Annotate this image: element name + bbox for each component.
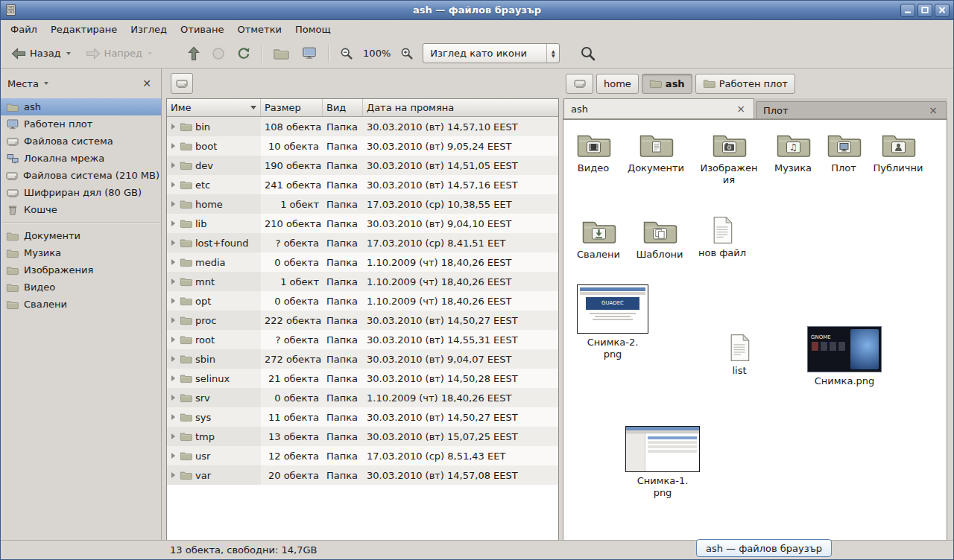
column-header-size[interactable]: Размер	[261, 99, 323, 116]
sidebar-item-documents[interactable]: Документи	[1, 227, 161, 244]
icon-view-item-snimka-1[interactable]: Снимка-1.png	[624, 426, 701, 499]
list-row-etc[interactable]: etc241 обектаПапка30.03.2010 (вт) 14,57,…	[167, 175, 558, 194]
sidebar-item-trash[interactable]: Кошче	[1, 201, 161, 218]
list-row-lib[interactable]: lib210 обектаПапка30.03.2010 (вт) 9,04,1…	[167, 214, 558, 233]
expander-icon[interactable]	[171, 201, 175, 207]
up-button[interactable]	[183, 43, 204, 64]
icon-view-item-documents[interactable]: Документи	[624, 130, 688, 174]
column-header-type[interactable]: Вид	[323, 99, 363, 116]
expander-icon[interactable]	[171, 298, 175, 304]
back-button[interactable]: Назад	[7, 45, 75, 63]
column-header-name[interactable]: Име	[167, 99, 261, 116]
menu-edit[interactable]: Редактиране	[44, 22, 124, 37]
icon-view-item-music[interactable]: ♫Музика	[763, 130, 823, 174]
tab-desktop[interactable]: Плот×	[756, 101, 947, 118]
menu-bookmarks[interactable]: Отметки	[230, 22, 288, 37]
search-button[interactable]	[578, 43, 598, 64]
expander-icon[interactable]	[171, 453, 175, 459]
list-row-srv[interactable]: srv0 обектаПапка1.10.2009 (чт) 18,40,26 …	[167, 388, 558, 407]
icon-view-item-templates[interactable]: Шаблони	[630, 216, 689, 261]
tab-close-icon[interactable]: ×	[927, 105, 939, 115]
expander-icon[interactable]	[171, 182, 175, 188]
sidebar-item-filesystem[interactable]: Файлова система	[1, 133, 161, 150]
sidebar-item-downloads[interactable]: Свалени	[1, 296, 161, 313]
expander-icon[interactable]	[171, 162, 175, 168]
expander-icon[interactable]	[171, 337, 175, 343]
view-mode-select[interactable]: Изглед като икони ▲▼	[423, 43, 560, 63]
breadcrumb-ash-button[interactable]: ash	[642, 74, 692, 94]
icon-view-item-public[interactable]: Публични	[867, 130, 929, 174]
list-row-var[interactable]: var20 обектаПапка30.03.2010 (вт) 14,57,0…	[167, 465, 558, 485]
sidebar-item-pictures[interactable]: Изображения	[1, 261, 161, 279]
expander-icon[interactable]	[171, 279, 175, 284]
icon-view-item-downloads[interactable]: Свалени	[567, 216, 630, 261]
icon-view[interactable]: ВидеоДокументиИзображения♫МузикаПлотПубл…	[563, 119, 947, 540]
column-header-date[interactable]: Дата на промяна	[363, 99, 558, 116]
icon-view-item-new-file[interactable]: нов файл	[692, 216, 752, 259]
menu-help[interactable]: Помощ	[288, 22, 338, 37]
breadcrumb-root-button[interactable]	[566, 74, 593, 94]
computer-button[interactable]	[297, 43, 322, 63]
list-row-media[interactable]: media0 обектаПапка1.10.2009 (чт) 18,40,2…	[167, 252, 558, 272]
menu-file[interactable]: Файл	[4, 22, 44, 37]
expander-icon[interactable]	[171, 259, 175, 265]
expander-icon[interactable]	[171, 433, 175, 439]
expander-icon[interactable]	[171, 472, 175, 478]
list-row-sbin[interactable]: sbin272 обектаПапка30.03.2010 (вт) 9,04,…	[167, 349, 558, 369]
home-button[interactable]	[268, 44, 294, 63]
menu-view[interactable]: Изглед	[124, 22, 174, 37]
icon-view-item-snimka[interactable]: GNOMEСнимка.png	[803, 326, 885, 387]
sidebar-item-desktop[interactable]: Работен плот	[1, 115, 161, 133]
tab-ash[interactable]: ash×	[563, 98, 754, 118]
list-row-root[interactable]: root? обектаПапка30.03.2010 (вт) 14,55,3…	[167, 330, 558, 349]
list-row-opt[interactable]: opt0 обектаПапка1.10.2009 (чт) 18,40,26 …	[167, 291, 558, 311]
zoom-level[interactable]: 100%	[358, 48, 396, 59]
expander-icon[interactable]	[171, 143, 175, 149]
sidebar-item-music[interactable]: Музика	[1, 244, 161, 261]
reload-button[interactable]	[233, 44, 255, 63]
menu-go[interactable]: Отиване	[174, 22, 230, 37]
expander-icon[interactable]	[171, 124, 175, 130]
sidebar-title-dropdown[interactable]: Места	[7, 78, 48, 89]
sidebar-item-ash[interactable]: ash	[1, 98, 161, 115]
expander-icon[interactable]	[171, 375, 175, 381]
list-row-usr[interactable]: usr12 обектаПапка17.03.2010 (ср) 8,51,43…	[167, 446, 558, 465]
expander-icon[interactable]	[171, 240, 175, 246]
expander-icon[interactable]	[171, 356, 175, 362]
expander-icon[interactable]	[171, 414, 175, 420]
minimize-button[interactable]	[900, 4, 915, 17]
breadcrumb-desktop-button[interactable]: Работен плот	[695, 74, 795, 94]
icon-view-item-snimka-2[interactable]: GUADECСнимка-2.png	[574, 284, 651, 360]
icon-view-item-list[interactable]: list	[717, 334, 762, 377]
list-row-selinux[interactable]: selinux21 обектаПапка30.03.2010 (вт) 14,…	[167, 369, 558, 388]
list-row-home[interactable]: home1 обектПапка17.03.2010 (ср) 10,38,55…	[167, 194, 558, 214]
list-row-boot[interactable]: boot10 обектаПапка30.03.2010 (вт) 9,05,2…	[167, 136, 558, 156]
titlebar[interactable]: ash — файлов браузър	[1, 1, 953, 20]
close-button[interactable]	[935, 4, 950, 17]
forward-button[interactable]: Напред	[81, 45, 157, 63]
back-history-dropdown-icon[interactable]	[66, 52, 71, 55]
maximize-button[interactable]	[917, 4, 932, 17]
view-mode-spinner-icon[interactable]: ▲▼	[546, 44, 559, 63]
sidebar-close-icon[interactable]: ✕	[139, 77, 154, 90]
sidebar-item-encrypted-80gb[interactable]: Шифриран дял (80 GB)	[1, 184, 161, 201]
expander-icon[interactable]	[171, 220, 175, 226]
breadcrumb-home-button[interactable]: home	[596, 74, 639, 94]
list-row-proc[interactable]: proc222 обектаПапка30.03.2010 (вт) 14,50…	[167, 311, 558, 330]
taskbar-window-button[interactable]: ash — файлов браузър	[696, 539, 832, 557]
list-row-bin[interactable]: bin108 обектаПапка30.03.2010 (вт) 14,57,…	[167, 117, 558, 136]
sidebar-item-network[interactable]: Локална мрежа	[1, 150, 161, 167]
icon-view-item-video[interactable]: Видео	[563, 130, 625, 174]
expander-icon[interactable]	[171, 317, 175, 323]
list-row-lost+found[interactable]: lost+found? обектаПапка17.03.2010 (ср) 8…	[167, 233, 558, 252]
icon-view-item-desktop[interactable]: Плот	[818, 130, 870, 174]
zoom-out-button[interactable]	[335, 44, 358, 63]
list-row-tmp[interactable]: tmp13 обектаПапка30.03.2010 (вт) 15,07,2…	[167, 427, 558, 446]
tab-close-icon[interactable]: ×	[735, 104, 747, 114]
root-location-button[interactable]	[171, 73, 193, 94]
expander-icon[interactable]	[171, 395, 175, 401]
zoom-in-button[interactable]	[396, 44, 418, 63]
list-row-mnt[interactable]: mnt1 обектПапка1.10.2009 (чт) 18,40,26 E…	[167, 272, 558, 291]
sidebar-item-video[interactable]: Видео	[1, 279, 161, 296]
icon-view-item-pictures[interactable]: Изображения	[699, 130, 759, 186]
